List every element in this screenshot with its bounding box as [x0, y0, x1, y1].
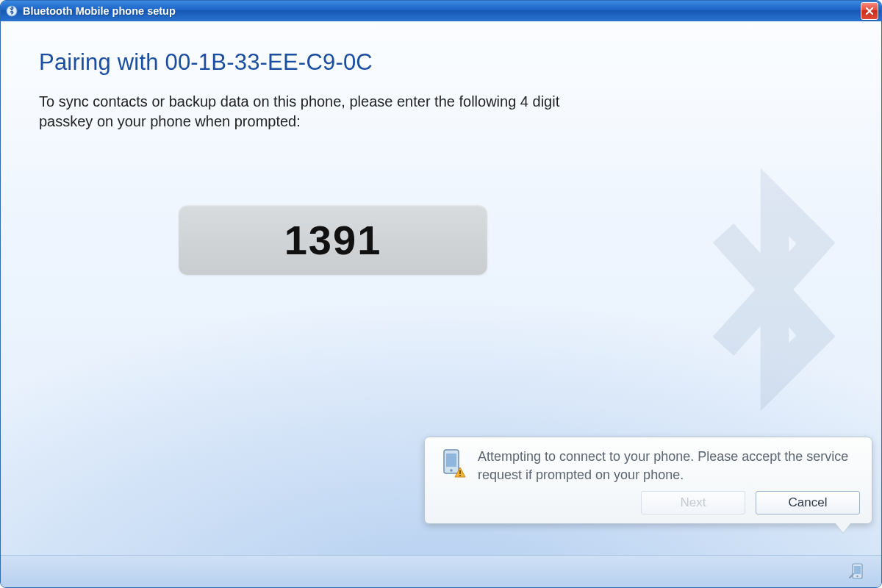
- wizard-buttons: Next Cancel: [641, 491, 860, 514]
- balloon-message: Attempting to connect to your phone. Ple…: [478, 448, 860, 484]
- bottom-strip: [1, 555, 881, 587]
- passkey-value: 1391: [284, 216, 382, 264]
- page-heading: Pairing with 00-1B-33-EE-C9-0C: [39, 49, 843, 76]
- svg-rect-7: [854, 566, 861, 574]
- balloon-tail: [835, 523, 851, 533]
- window-title: Bluetooth Mobile phone setup: [23, 5, 861, 17]
- instruction-text: To sync contacts or backup data on this …: [39, 92, 583, 132]
- svg-point-8: [856, 575, 858, 576]
- phone-alert-icon: [437, 448, 467, 478]
- wizard-page: Pairing with 00-1B-33-EE-C9-0C To sync c…: [1, 21, 881, 555]
- passkey-box: 1391: [179, 205, 487, 275]
- next-button: Next: [641, 491, 745, 514]
- tray-phone-icon: [847, 562, 868, 582]
- svg-rect-4: [459, 470, 461, 474]
- close-icon: [865, 7, 874, 15]
- svg-rect-5: [459, 475, 461, 476]
- app-icon: [5, 4, 18, 18]
- cancel-button[interactable]: Cancel: [756, 491, 860, 514]
- svg-point-3: [450, 470, 453, 473]
- bluetooth-watermark-icon: [646, 161, 882, 418]
- close-button[interactable]: [861, 2, 878, 20]
- titlebar: Bluetooth Mobile phone setup: [1, 1, 881, 21]
- svg-rect-2: [446, 453, 456, 467]
- connection-balloon: Attempting to connect to your phone. Ple…: [424, 437, 872, 524]
- bluetooth-setup-window: Bluetooth Mobile phone setup Pairing wit…: [0, 0, 882, 588]
